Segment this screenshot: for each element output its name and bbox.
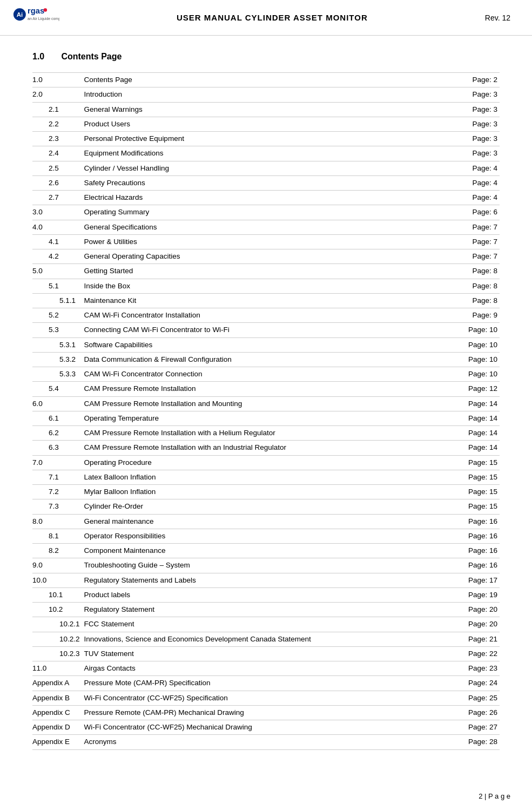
toc-section-num: 2.3 bbox=[32, 132, 82, 146]
toc-section-title: General Specifications bbox=[82, 220, 456, 234]
toc-section-title: Electrical Hazards bbox=[82, 191, 456, 205]
page-header: Ai rgas an Air Liquide company USER MANU… bbox=[0, 0, 532, 36]
toc-page-ref: Page: 15 bbox=[456, 485, 500, 499]
toc-section-title: CAM Pressure Remote Installation with a … bbox=[82, 426, 456, 441]
toc-section-num: 5.3.1 bbox=[32, 337, 82, 352]
toc-section-title: Cylinder / Vessel Handling bbox=[82, 161, 456, 175]
toc-section-title: Contents Page bbox=[82, 73, 456, 87]
toc-row: 10.2Regulatory StatementPage: 20 bbox=[32, 603, 500, 617]
toc-section-num: 8.1 bbox=[32, 529, 82, 543]
toc-page-ref: Page: 16 bbox=[456, 529, 500, 543]
toc-section-title: General Operating Capacities bbox=[82, 249, 456, 264]
toc-section-title: Operating Summary bbox=[82, 205, 456, 220]
toc-section-num: 10.2.1 bbox=[32, 617, 82, 632]
toc-row: 8.1Operator ResponsibilitiesPage: 16 bbox=[32, 529, 500, 543]
toc-section-title: General maintenance bbox=[82, 514, 456, 529]
toc-section-title: Introduction bbox=[82, 87, 456, 102]
toc-page-ref: Page: 21 bbox=[456, 632, 500, 646]
toc-row: 7.0Operating ProcedurePage: 15 bbox=[32, 455, 500, 470]
toc-section-title: Inside the Box bbox=[82, 279, 456, 293]
page-number: 2 | P a g e bbox=[479, 792, 510, 800]
toc-row: 5.3.1Software CapabilitiesPage: 10 bbox=[32, 337, 500, 352]
toc-section-num: 4.2 bbox=[32, 249, 82, 264]
toc-section-num: Appendix E bbox=[32, 735, 82, 749]
toc-section-title: Connecting CAM Wi-Fi Concentrator to Wi-… bbox=[82, 323, 456, 337]
toc-page-ref: Page: 23 bbox=[456, 661, 500, 676]
toc-page-ref: Page: 16 bbox=[456, 514, 500, 529]
toc-section-num: 2.7 bbox=[32, 191, 82, 205]
toc-page-ref: Page: 16 bbox=[456, 544, 500, 558]
toc-page-ref: Page: 14 bbox=[456, 396, 500, 411]
toc-page-ref: Page: 8 bbox=[456, 264, 500, 279]
toc-row: Appendix DWi-Fi Concentrator (CC-WF25) M… bbox=[32, 720, 500, 735]
toc-section-title: CAM Pressure Remote Installation bbox=[82, 382, 456, 396]
toc-page-ref: Page: 27 bbox=[456, 720, 500, 735]
toc-row: 2.4Equipment ModificationsPage: 3 bbox=[32, 146, 500, 161]
toc-section-title: Operator Responsibilities bbox=[82, 529, 456, 543]
toc-page-ref: Page: 26 bbox=[456, 705, 500, 720]
toc-section-num: 10.1 bbox=[32, 587, 82, 602]
toc-section-num: 2.6 bbox=[32, 175, 82, 190]
toc-section-num: 5.3.3 bbox=[32, 367, 82, 382]
toc-section-title: Latex Balloon Inflation bbox=[82, 470, 456, 484]
toc-row: 11.0Airgas ContactsPage: 23 bbox=[32, 661, 500, 676]
toc-section-title: Getting Started bbox=[82, 264, 456, 279]
toc-row: 5.3Connecting CAM Wi-Fi Concentrator to … bbox=[32, 323, 500, 337]
toc-section-title: Product labels bbox=[82, 587, 456, 602]
toc-row: 5.1Inside the BoxPage: 8 bbox=[32, 279, 500, 293]
toc-page-ref: Page: 10 bbox=[456, 337, 500, 352]
toc-row: Appendix APressure Mote (CAM-PR) Specifi… bbox=[32, 676, 500, 691]
toc-section-title: Wi-Fi Concentrator (CC-WF25) Specificati… bbox=[82, 691, 456, 705]
toc-section-num: 10.2.2 bbox=[32, 632, 82, 646]
toc-section-num: 10.2.3 bbox=[32, 646, 82, 661]
toc-section-title: Innovations, Science and Economics Devel… bbox=[82, 632, 456, 646]
toc-row: 10.0Regulatory Statements and LabelsPage… bbox=[32, 573, 500, 587]
toc-section-title: Troubleshooting Guide – System bbox=[82, 558, 456, 573]
toc-row: 6.3CAM Pressure Remote Installation with… bbox=[32, 441, 500, 455]
toc-section-title: Airgas Contacts bbox=[82, 661, 456, 676]
toc-row: 2.0IntroductionPage: 3 bbox=[32, 87, 500, 102]
toc-section-num: 1.0 bbox=[32, 73, 82, 87]
toc-page-ref: Page: 8 bbox=[456, 279, 500, 293]
toc-page-ref: Page: 6 bbox=[456, 205, 500, 220]
toc-row: 5.3.2Data Communication & Firewall Confi… bbox=[32, 352, 500, 367]
toc-section-title: Pressure Mote (CAM-PR) Specification bbox=[82, 676, 456, 691]
toc-section-title: Pressure Remote (CAM-PR) Mechanical Draw… bbox=[82, 705, 456, 720]
svg-text:Ai: Ai bbox=[17, 11, 23, 18]
toc-row: 10.2.3TUV StatementPage: 22 bbox=[32, 646, 500, 661]
toc-row: 2.2Product UsersPage: 3 bbox=[32, 117, 500, 131]
toc-section-title: Acronyms bbox=[82, 735, 456, 749]
toc-section-title: Software Capabilities bbox=[82, 337, 456, 352]
toc-section-title: FCC Statement bbox=[82, 617, 456, 632]
svg-point-4 bbox=[44, 8, 48, 12]
toc-row: 5.4CAM Pressure Remote InstallationPage:… bbox=[32, 382, 500, 396]
toc-section-title: CAM Pressure Remote Installation with an… bbox=[82, 441, 456, 455]
section-title-text: Contents Page bbox=[61, 52, 122, 61]
toc-row: 8.2Component MaintenancePage: 16 bbox=[32, 544, 500, 558]
toc-row: Appendix CPressure Remote (CAM-PR) Mecha… bbox=[32, 705, 500, 720]
toc-section-num: Appendix D bbox=[32, 720, 82, 735]
toc-page-ref: Page: 3 bbox=[456, 117, 500, 131]
toc-section-title: CAM Pressure Remote Installation and Mou… bbox=[82, 396, 456, 411]
toc-row: 7.2Mylar Balloon InflationPage: 15 bbox=[32, 485, 500, 499]
toc-row: 9.0Troubleshooting Guide – SystemPage: 1… bbox=[32, 558, 500, 573]
toc-section-num: 2.5 bbox=[32, 161, 82, 175]
toc-section-title: Personal Protective Equipment bbox=[82, 132, 456, 146]
toc-row: 5.2CAM Wi-Fi Concentrator InstallationPa… bbox=[32, 308, 500, 323]
toc-section-title: Equipment Modifications bbox=[82, 146, 456, 161]
toc-row: 4.1Power & UtilitiesPage: 7 bbox=[32, 234, 500, 249]
toc-section-num: 11.0 bbox=[32, 661, 82, 676]
toc-section-title: CAM Wi-Fi Concentrator Connection bbox=[82, 367, 456, 382]
toc-section-num: 3.0 bbox=[32, 205, 82, 220]
footer: 2 | P a g e bbox=[479, 792, 510, 800]
toc-page-ref: Page: 8 bbox=[456, 293, 500, 308]
toc-section-title: Component Maintenance bbox=[82, 544, 456, 558]
toc-row: 4.2General Operating CapacitiesPage: 7 bbox=[32, 249, 500, 264]
toc-page-ref: Page: 16 bbox=[456, 558, 500, 573]
toc-section-title: Data Communication & Firewall Configurat… bbox=[82, 352, 456, 367]
toc-page-ref: Page: 3 bbox=[456, 102, 500, 117]
toc-section-num: 7.2 bbox=[32, 485, 82, 499]
toc-page-ref: Page: 17 bbox=[456, 573, 500, 587]
toc-section-num: 7.3 bbox=[32, 499, 82, 514]
toc-section-num: 6.1 bbox=[32, 411, 82, 425]
